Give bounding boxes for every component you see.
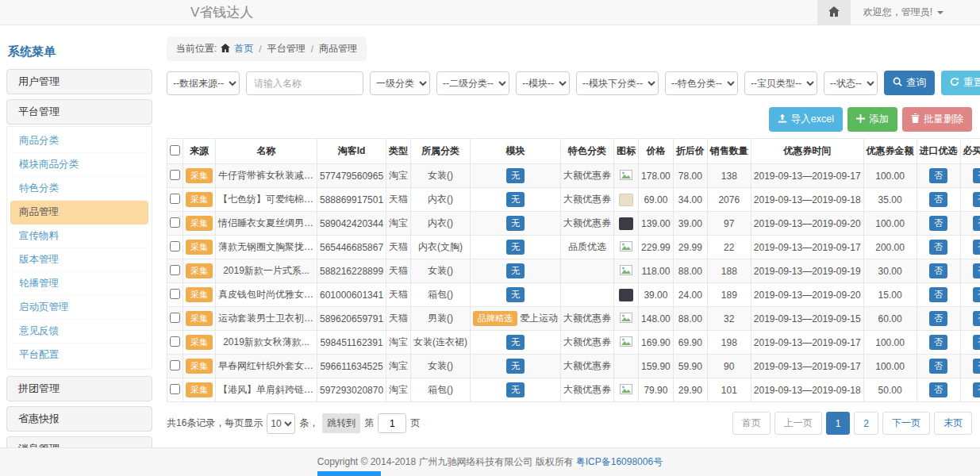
row-checkbox[interactable] (170, 265, 180, 275)
price: 229.99 (639, 236, 674, 259)
must-buy-badge[interactable]: 否 (973, 263, 980, 278)
taoke-id: 588216228899 (317, 259, 386, 283)
must-buy-badge[interactable]: 否 (973, 311, 980, 325)
source-badge[interactable]: 采集 (186, 359, 213, 373)
import-select-badge[interactable]: 否 (929, 287, 947, 301)
sidebar-section-拼团管理[interactable]: 拼团管理 (6, 376, 152, 401)
import-select-badge[interactable]: 否 (929, 240, 947, 254)
source-badge[interactable]: 采集 (186, 168, 213, 182)
source-badge[interactable]: 采集 (186, 192, 213, 206)
sidebar-item-意见反馈[interactable]: 意见反馈 (10, 320, 148, 344)
must-buy-badge[interactable]: 否 (973, 335, 980, 349)
icp-link[interactable]: 粤ICP备16098006号 (576, 455, 663, 469)
row-checkbox[interactable] (170, 170, 180, 180)
import-select-badge[interactable]: 否 (929, 216, 947, 230)
sidebar-section-省惠快报[interactable]: 省惠快报 (6, 406, 152, 432)
source-badge[interactable]: 采集 (186, 311, 213, 325)
sidebar-item-版本管理[interactable]: 版本管理 (10, 248, 148, 272)
per-page-select[interactable]: 10 (267, 413, 295, 434)
pager-button-1[interactable]: 1 (826, 412, 851, 435)
filter-status[interactable]: --状态-- (824, 71, 878, 95)
row-checkbox[interactable] (170, 217, 180, 228)
module-badge[interactable]: 无 (506, 382, 525, 397)
discount-price: 39.00 (673, 212, 707, 236)
row-checkbox[interactable] (170, 194, 180, 204)
pager-button-首页[interactable]: 首页 (732, 412, 771, 435)
row-checkbox[interactable] (170, 384, 180, 394)
table-cell (614, 355, 639, 378)
image-placeholder-icon (620, 267, 632, 278)
must-buy-badge[interactable]: 否 (973, 240, 980, 254)
home-button[interactable] (817, 0, 851, 25)
import-select-badge[interactable]: 否 (929, 335, 947, 349)
sidebar-item-商品分类[interactable]: 商品分类 (10, 129, 148, 153)
pagination-bar: 共16条记录，每页显示 10 条， 跳转到 第 页 首页上一页12下一页末页 (167, 412, 972, 435)
row-checkbox[interactable] (170, 241, 180, 251)
row-checkbox[interactable] (170, 313, 180, 323)
filter-item-type[interactable]: --宝贝类型-- (744, 71, 817, 95)
module-badge[interactable]: 无 (506, 359, 525, 373)
sidebar-item-平台配置[interactable]: 平台配置 (10, 344, 148, 367)
page-number-input[interactable] (378, 413, 406, 433)
reset-button[interactable]: 重置 (941, 71, 980, 95)
filter-level1-category[interactable]: 一级分类 (370, 71, 430, 95)
import-select-badge[interactable]: 否 (929, 192, 947, 206)
module-badge[interactable]: 品牌精选 (473, 311, 517, 325)
pager-button-上一页[interactable]: 上一页 (774, 412, 822, 435)
must-buy-badge[interactable]: 否 (973, 168, 980, 182)
must-buy-badge[interactable]: 否 (973, 382, 980, 397)
filter-level2-category[interactable]: --二级分类-- (436, 71, 509, 95)
pager-button-下一页[interactable]: 下一页 (882, 412, 930, 435)
filter-data-source[interactable]: --数据来源-- (167, 71, 240, 95)
search-button[interactable]: 查询 (884, 71, 935, 95)
import-select-badge[interactable]: 否 (929, 168, 947, 182)
source-badge[interactable]: 采集 (186, 287, 213, 301)
import-excel-button[interactable]: 导入excel (769, 107, 843, 132)
table-cell: 无 (471, 378, 561, 402)
sidebar-section-平台管理[interactable]: 平台管理 (6, 99, 152, 125)
add-button[interactable]: 添加 (847, 107, 897, 132)
must-buy-badge[interactable]: 否 (973, 192, 980, 206)
image-placeholder-icon (620, 243, 632, 254)
row-checkbox[interactable] (170, 336, 180, 347)
module-badge[interactable]: 无 (506, 263, 525, 278)
source-badge[interactable]: 采集 (186, 382, 213, 397)
source-badge[interactable]: 采集 (186, 240, 213, 254)
pager-button-2[interactable]: 2 (854, 412, 878, 435)
must-buy-badge[interactable]: 否 (973, 216, 980, 230)
select-all-checkbox[interactable] (170, 145, 180, 155)
import-select-badge[interactable]: 否 (929, 263, 947, 278)
import-select-badge[interactable]: 否 (929, 359, 947, 373)
sidebar-item-宣传物料[interactable]: 宣传物料 (10, 225, 148, 248)
user-menu[interactable]: 欢迎您，管理员! (851, 0, 980, 25)
row-checkbox[interactable] (170, 360, 180, 370)
module-badge[interactable]: 无 (506, 240, 525, 254)
import-select-badge[interactable]: 否 (929, 311, 947, 325)
must-buy-badge[interactable]: 否 (973, 359, 980, 373)
row-checkbox[interactable] (170, 289, 180, 299)
sidebar-section-用户管理[interactable]: 用户管理 (6, 69, 152, 94)
sidebar-item-商品管理[interactable]: 商品管理 (10, 201, 148, 225)
sidebar-item-轮播管理[interactable]: 轮播管理 (10, 272, 148, 296)
source-badge[interactable]: 采集 (186, 263, 213, 278)
module-badge[interactable]: 无 (506, 216, 525, 230)
name-input[interactable] (246, 71, 363, 95)
pager-button-末页[interactable]: 末页 (934, 412, 972, 435)
batch-delete-button[interactable]: 批量删除 (902, 107, 972, 132)
sidebar-item-启动页管理[interactable]: 启动页管理 (10, 296, 148, 320)
source-badge[interactable]: 采集 (186, 216, 213, 230)
module-badge[interactable]: 无 (506, 192, 525, 206)
filter-module[interactable]: --模块-- (516, 71, 570, 95)
source-badge[interactable]: 采集 (186, 335, 213, 349)
filter-feature-category[interactable]: --特色分类-- (665, 71, 738, 95)
module-badge[interactable]: 无 (506, 335, 525, 349)
module-badge[interactable]: 无 (506, 168, 525, 182)
filter-module-subcategory[interactable]: --模块下分类-- (576, 71, 659, 95)
module-badge[interactable]: 无 (506, 287, 525, 301)
breadcrumb-home-link[interactable]: 首页 (234, 42, 253, 56)
column-header-进口优选: 进口优选 (917, 139, 960, 164)
sidebar-item-模块商品分类[interactable]: 模块商品分类 (10, 153, 148, 177)
must-buy-badge[interactable]: 否 (973, 287, 980, 301)
sidebar-item-特色分类[interactable]: 特色分类 (10, 177, 148, 201)
import-select-badge[interactable]: 否 (929, 382, 947, 397)
